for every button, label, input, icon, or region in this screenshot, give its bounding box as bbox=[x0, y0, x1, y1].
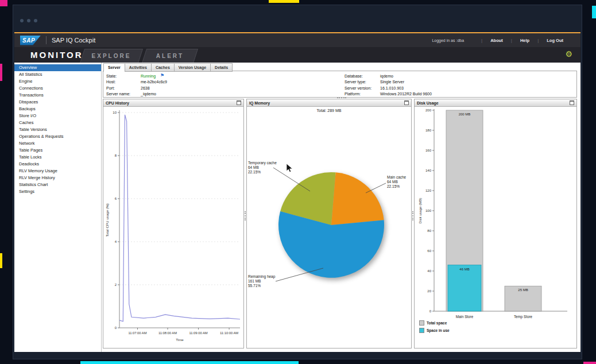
edge-mark-right-cyan bbox=[592, 6, 596, 18]
tab-activities[interactable]: Activities bbox=[125, 63, 151, 72]
svg-text:Disk usage (MB): Disk usage (MB) bbox=[419, 198, 422, 223]
svg-text:11:07:00 AM: 11:07:00 AM bbox=[128, 331, 146, 335]
svg-text:46 MB: 46 MB bbox=[459, 268, 469, 271]
info-value: iqdemo bbox=[380, 74, 393, 78]
sidebar: OverviewAll StatisticsEngineConnectionsT… bbox=[14, 63, 102, 352]
memory-panel-body: Total: 289 MB Temporary cache64 MB22.15%… bbox=[247, 107, 411, 348]
logged-in-text: Logged in as :dba bbox=[432, 38, 464, 42]
maximize-icon[interactable] bbox=[404, 100, 409, 105]
server-info-left: State:Running⚑Host:me-b2bc4c6c9Port:2638… bbox=[106, 73, 167, 97]
panel-header: Disk Usage bbox=[415, 99, 576, 107]
info-value: Windows 2012R2 Build 9600 bbox=[380, 92, 432, 96]
header-divider bbox=[46, 36, 47, 44]
info-row: Server type:Single Server bbox=[345, 79, 432, 86]
edge-mark-bottom-cyan bbox=[80, 361, 299, 364]
sidebar-item-caches[interactable]: Caches bbox=[14, 119, 101, 126]
tab-version-usage[interactable]: Version Usage bbox=[174, 63, 210, 72]
mouse-cursor bbox=[287, 164, 292, 172]
info-label: Port: bbox=[106, 86, 141, 90]
pie-total-label: Total: 289 MB bbox=[247, 109, 411, 113]
svg-text:6: 6 bbox=[115, 197, 117, 200]
sidebar-item-settings[interactable]: Settings bbox=[14, 188, 101, 195]
edge-mark-left-yellow bbox=[0, 253, 2, 268]
sidebar-item-transactions[interactable]: Transactions bbox=[14, 92, 101, 99]
disk-legend: Total spaceSpace in use bbox=[419, 320, 450, 335]
svg-text:80: 80 bbox=[427, 229, 431, 233]
window-control-dot[interactable] bbox=[20, 19, 24, 22]
tab-details[interactable]: Details bbox=[210, 63, 233, 72]
tab-monitor[interactable]: MONITOR bbox=[30, 50, 83, 60]
sidebar-item-rlv-memory-usage[interactable]: RLV Memory Usage bbox=[14, 168, 101, 175]
info-value: Running bbox=[141, 74, 156, 78]
info-value: _iqdemo bbox=[141, 92, 156, 96]
svg-text:40: 40 bbox=[427, 269, 431, 273]
sidebar-item-operations-requests[interactable]: Operations & Requests bbox=[14, 133, 101, 140]
sidebar-item-statistics-chart[interactable]: Statistics Chart bbox=[14, 181, 101, 188]
info-label: Database: bbox=[345, 74, 380, 78]
info-row: State:Running⚑ bbox=[106, 73, 167, 79]
svg-text:Time: Time bbox=[176, 338, 184, 342]
settings-gear-icon[interactable]: ⚙ bbox=[565, 49, 572, 59]
sidebar-item-table-locks[interactable]: Table Locks bbox=[14, 154, 101, 161]
tab-server[interactable]: Server bbox=[103, 63, 125, 72]
info-label: State: bbox=[106, 74, 141, 78]
panel-header: IQ Memory bbox=[247, 99, 411, 107]
svg-text:20: 20 bbox=[427, 289, 431, 293]
sidebar-item-dbspaces[interactable]: Dbspaces bbox=[14, 99, 101, 106]
separator: | bbox=[481, 38, 482, 43]
svg-text:0: 0 bbox=[115, 326, 117, 330]
sidebar-item-network[interactable]: Network bbox=[14, 140, 101, 147]
svg-text:0: 0 bbox=[429, 309, 432, 313]
sidebar-item-rlv-merge-history[interactable]: RLV Merge History bbox=[14, 175, 101, 181]
server-info-right: Database:iqdemoServer type:Single Server… bbox=[345, 73, 432, 97]
maximize-icon[interactable] bbox=[570, 100, 574, 105]
horizontal-splitter[interactable] bbox=[337, 97, 346, 98]
info-row: Host:me-b2bc4c6c9 bbox=[106, 79, 167, 86]
main-nav: MONITOR EXPLORE ALERT ⚙ bbox=[14, 47, 580, 63]
tab-explore[interactable]: EXPLORE bbox=[80, 49, 143, 63]
panel-title: Disk Usage bbox=[417, 101, 570, 105]
cpu-history-panel: CPU History 024681011:07:00 AM11:08:00 A… bbox=[103, 99, 244, 348]
maximize-icon[interactable] bbox=[237, 100, 241, 105]
window-control-dot[interactable] bbox=[34, 19, 37, 22]
info-value: me-b2bc4c6c9 bbox=[141, 80, 167, 84]
window-control-dot[interactable] bbox=[27, 19, 30, 22]
sidebar-item-overview[interactable]: Overview bbox=[14, 64, 101, 71]
sidebar-item-table-pages[interactable]: Table Pages bbox=[14, 147, 101, 154]
about-link[interactable]: About bbox=[490, 38, 503, 43]
tab-alert[interactable]: ALERT bbox=[142, 49, 198, 63]
panel-header: CPU History bbox=[103, 99, 243, 107]
info-value: Single Server bbox=[380, 80, 404, 84]
splitter-grip bbox=[412, 211, 413, 220]
panel-title: CPU History bbox=[106, 101, 237, 105]
splitter-grip bbox=[245, 211, 246, 220]
sidebar-item-engine[interactable]: Engine bbox=[14, 78, 101, 85]
pie-label-main-cache: Main cache64 MB22.15% bbox=[387, 175, 406, 189]
sidebar-item-connections[interactable]: Connections bbox=[14, 85, 101, 92]
header-right: Logged in as :dba | About | Help | Log O… bbox=[432, 38, 563, 43]
svg-text:140: 140 bbox=[425, 169, 432, 172]
info-value: 16.1.010.903 bbox=[380, 86, 404, 90]
svg-text:200: 200 bbox=[425, 109, 432, 112]
app-window: SAP SAP IQ Cockpit Logged in as :dba | A… bbox=[13, 5, 582, 359]
sidebar-item-deadlocks[interactable]: Deadlocks bbox=[14, 161, 101, 168]
logout-link[interactable]: Log Out bbox=[547, 38, 563, 43]
svg-text:200 MB: 200 MB bbox=[459, 113, 471, 116]
info-label: Platform: bbox=[345, 92, 380, 96]
svg-text:Temp Store: Temp Store bbox=[514, 315, 533, 319]
svg-text:10: 10 bbox=[113, 111, 117, 114]
sidebar-item-table-versions[interactable]: Table Versions bbox=[14, 126, 101, 133]
info-label: Server version: bbox=[345, 86, 380, 90]
sidebar-item-all-statistics[interactable]: All Statistics bbox=[14, 71, 101, 78]
sidebar-item-store-i-o[interactable]: Store I/O bbox=[14, 113, 101, 119]
tab-caches[interactable]: Caches bbox=[151, 63, 174, 72]
sidebar-item-backups[interactable]: Backups bbox=[14, 106, 101, 113]
svg-text:2: 2 bbox=[115, 283, 117, 286]
help-link[interactable]: Help bbox=[520, 38, 529, 43]
svg-text:180: 180 bbox=[425, 129, 432, 132]
edge-mark-left-magenta bbox=[0, 64, 2, 81]
main-panel: ServerActivitiesCachesVersion UsageDetai… bbox=[102, 63, 580, 352]
flag-icon[interactable]: ⚑ bbox=[160, 73, 164, 78]
svg-text:25 MB: 25 MB bbox=[518, 288, 528, 292]
iq-memory-panel: IQ Memory Total: 289 MB Temporary cache6… bbox=[246, 99, 412, 348]
